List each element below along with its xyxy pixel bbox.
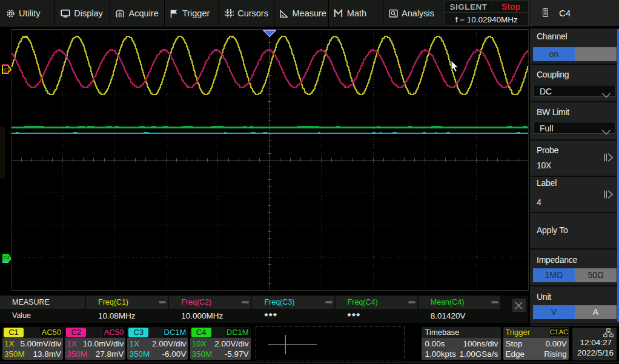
svg-text:C1: C1 [4,68,10,72]
svg-text:C4: C4 [4,255,10,260]
